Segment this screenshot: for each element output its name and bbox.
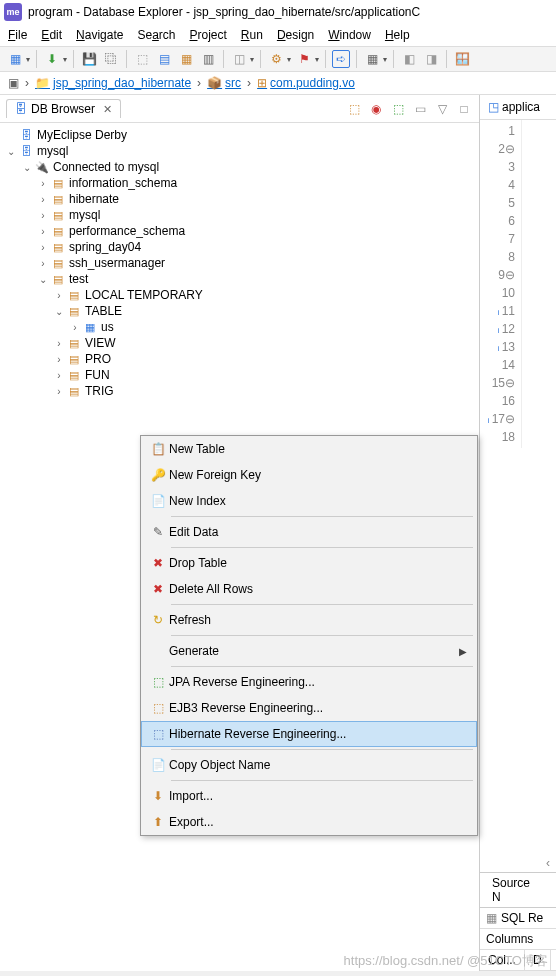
tree-node[interactable]: ›▤hibernate	[2, 191, 477, 207]
breadcrumb-project[interactable]: 📁jsp_spring_dao_hibernate	[35, 76, 191, 90]
dropdown-arrow-icon[interactable]: ▾	[26, 55, 30, 64]
dropdown-arrow-icon[interactable]: ▾	[383, 55, 387, 64]
tree-node[interactable]: ›▦us	[2, 319, 477, 335]
tool7-button[interactable]: ⚑	[295, 50, 313, 68]
tree-toggle-icon[interactable]: ›	[36, 242, 50, 253]
ctx-copy-object-name[interactable]: 📄Copy Object Name	[141, 752, 477, 778]
ctx-hibernate-reverse-engineering[interactable]: ⬚Hibernate Reverse Engineering...	[141, 721, 477, 747]
menu-help[interactable]: Help	[385, 28, 410, 42]
ctx-new-foreign-key[interactable]: 🔑New Foreign Key	[141, 462, 477, 488]
menu-design[interactable]: Design	[277, 28, 314, 42]
tree-node[interactable]: ⌄🗄mysql	[2, 143, 477, 159]
tree-node[interactable]: ›▤ssh_usermanager	[2, 255, 477, 271]
ctx-delete-all-rows[interactable]: ✖Delete All Rows	[141, 576, 477, 602]
tool11-button[interactable]: ◨	[422, 50, 440, 68]
columns-tab[interactable]: Columns	[486, 932, 533, 946]
tree-node[interactable]: ›▤FUN	[2, 367, 477, 383]
watermark: https://blog.csdn.net/ @51CTO博客	[344, 952, 548, 970]
ctx-ejb3-reverse-engineering[interactable]: ⬚EJB3 Reverse Engineering...	[141, 695, 477, 721]
tree-toggle-icon[interactable]: ›	[36, 226, 50, 237]
tree-node[interactable]: ⌄▤test	[2, 271, 477, 287]
tree-node[interactable]: ›▤TRIG	[2, 383, 477, 399]
tree-node[interactable]: ›▤LOCAL TEMPORARY	[2, 287, 477, 303]
tree-toggle-icon[interactable]: ⌄	[52, 306, 66, 317]
tool1-button[interactable]: ⬚	[133, 50, 151, 68]
dropdown-arrow-icon[interactable]: ▾	[315, 55, 319, 64]
ctx-drop-table[interactable]: ✖Drop Table	[141, 550, 477, 576]
ctx-edit-data[interactable]: ✎Edit Data	[141, 519, 477, 545]
action1-button[interactable]: ⬚	[345, 100, 363, 118]
tool10-button[interactable]: ◧	[400, 50, 418, 68]
tree-toggle-icon[interactable]: ›	[52, 290, 66, 301]
breadcrumb-src[interactable]: 📦src	[207, 76, 241, 90]
tool12-button[interactable]: 🪟	[453, 50, 471, 68]
tree-toggle-icon[interactable]: ⌄	[4, 146, 18, 157]
tool5-button[interactable]: ◫	[230, 50, 248, 68]
minimize-icon[interactable]: ▣	[8, 76, 19, 90]
menu-file[interactable]: File	[8, 28, 27, 42]
menu-edit[interactable]: Edit	[41, 28, 62, 42]
tree-toggle-icon[interactable]: ›	[52, 370, 66, 381]
tree-label: MyEclipse Derby	[37, 128, 127, 142]
maximize-button[interactable]: □	[455, 100, 473, 118]
new-button[interactable]: ▦	[6, 50, 24, 68]
tool6-button[interactable]: ⚙	[267, 50, 285, 68]
menu-project[interactable]: Project	[189, 28, 226, 42]
save-all-button[interactable]: ⿻	[102, 50, 120, 68]
tree-node[interactable]: 🗄MyEclipse Derby	[2, 127, 477, 143]
menu-run[interactable]: Run	[241, 28, 263, 42]
menu-search[interactable]: Search	[137, 28, 175, 42]
tree-node[interactable]: ›▤information_schema	[2, 175, 477, 191]
breadcrumb-package[interactable]: ⊞com.pudding.vo	[257, 76, 355, 90]
tree-node[interactable]: ⌄🔌Connected to mysql	[2, 159, 477, 175]
tool4-button[interactable]: ▥	[199, 50, 217, 68]
tool3-button[interactable]: ▦	[177, 50, 195, 68]
tree-label: ssh_usermanager	[69, 256, 165, 270]
tree-toggle-icon[interactable]: ›	[52, 338, 66, 349]
tree-toggle-icon[interactable]: ⌄	[20, 162, 34, 173]
tree-toggle-icon[interactable]: ›	[36, 258, 50, 269]
editor-file-tab[interactable]: ◳ applica	[484, 98, 544, 116]
ctx-new-index[interactable]: 📄New Index	[141, 488, 477, 514]
schema-icon: ▤	[50, 256, 66, 270]
tree-toggle-icon[interactable]: ›	[36, 178, 50, 189]
tree-label: performance_schema	[69, 224, 185, 238]
save-button[interactable]: 💾	[80, 50, 98, 68]
ctx-new-table[interactable]: 📋New Table	[141, 436, 477, 462]
tool2-button[interactable]: ▤	[155, 50, 173, 68]
tree-node[interactable]: ⌄▤TABLE	[2, 303, 477, 319]
ctx-export[interactable]: ⬆Export...	[141, 809, 477, 835]
tool8-button[interactable]: ➪	[332, 50, 350, 68]
tree-toggle-icon[interactable]: ›	[36, 194, 50, 205]
action3-button[interactable]: ⬚	[389, 100, 407, 118]
dropdown-arrow-icon[interactable]: ▾	[287, 55, 291, 64]
tree-toggle-icon[interactable]: ›	[36, 210, 50, 221]
tree-node[interactable]: ›▤spring_day04	[2, 239, 477, 255]
tree-toggle-icon[interactable]: ›	[68, 322, 82, 333]
tree-toggle-icon[interactable]: ›	[52, 354, 66, 365]
tool9-button[interactable]: ▦	[363, 50, 381, 68]
db-browser-tab[interactable]: 🗄 DB Browser ✕	[6, 99, 121, 118]
dropdown-arrow-icon[interactable]: ▾	[250, 55, 254, 64]
tree-node[interactable]: ›▤performance_schema	[2, 223, 477, 239]
menu-navigate[interactable]: Navigate	[76, 28, 123, 42]
tree-node[interactable]: ›▤mysql	[2, 207, 477, 223]
ctx-jpa-reverse-engineering[interactable]: ⬚JPA Reverse Engineering...	[141, 669, 477, 695]
tree-toggle-icon[interactable]: ›	[52, 386, 66, 397]
close-icon[interactable]: ✕	[103, 103, 112, 116]
tree-toggle-icon[interactable]: ⌄	[36, 274, 50, 285]
action2-button[interactable]: ◉	[367, 100, 385, 118]
code-area[interactable]	[522, 120, 530, 448]
hscroll-icon[interactable]: ‹	[480, 854, 556, 872]
ctx-import[interactable]: ⬇Import...	[141, 783, 477, 809]
dropdown-arrow-icon[interactable]: ▾	[63, 55, 67, 64]
action4-button[interactable]: ▭	[411, 100, 429, 118]
sql-results-tab[interactable]: ▦ SQL Re	[480, 908, 556, 929]
minimize-button[interactable]: ▽	[433, 100, 451, 118]
ctx-generate[interactable]: Generate▶	[141, 638, 477, 664]
tree-node[interactable]: ›▤PRO	[2, 351, 477, 367]
tree-node[interactable]: ›▤VIEW	[2, 335, 477, 351]
deploy-button[interactable]: ⬇	[43, 50, 61, 68]
menu-window[interactable]: Window	[328, 28, 371, 42]
ctx-refresh[interactable]: ↻Refresh	[141, 607, 477, 633]
